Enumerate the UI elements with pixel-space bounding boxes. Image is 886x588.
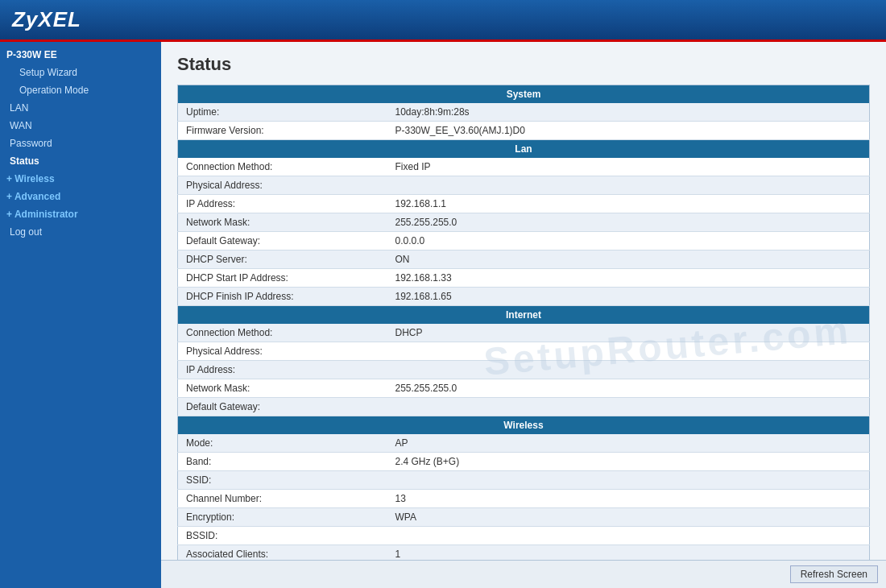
row-label: Firmware Version: <box>178 122 387 140</box>
page-title: Status <box>177 54 870 75</box>
sidebar-item-operation-mode[interactable]: Operation Mode <box>0 81 161 99</box>
sidebar-item-wan[interactable]: WAN <box>0 117 161 135</box>
row-label: DHCP Server: <box>178 251 387 269</box>
table-row: Connection Method:Fixed IP <box>178 158 870 176</box>
row-value <box>387 342 870 361</box>
row-value: P-330W_EE_V3.60(AMJ.1)D0 <box>387 122 870 140</box>
row-label: Default Gateway: <box>178 232 387 251</box>
row-label: Connection Method: <box>178 158 387 176</box>
footer: Refresh Screen <box>161 560 886 588</box>
sidebar-item-password[interactable]: Password <box>0 135 161 152</box>
row-label: IP Address: <box>178 361 387 379</box>
table-row: Physical Address: <box>178 342 870 361</box>
row-label: DHCP Finish IP Address: <box>178 288 387 306</box>
row-label: SSID: <box>178 471 387 490</box>
sidebar-item-advanced[interactable]: Advanced <box>0 188 161 205</box>
main-content: SetupRouter.com Status SystemUptime:10da… <box>161 42 886 560</box>
table-row: Channel Number:13 <box>178 490 870 508</box>
table-row: Mode:AP <box>178 434 870 453</box>
refresh-button[interactable]: Refresh Screen <box>790 565 878 583</box>
row-label: DHCP Start IP Address: <box>178 269 387 288</box>
section-header-wireless: Wireless <box>178 416 870 435</box>
table-row: Associated Clients:1 <box>178 545 870 561</box>
header: ZyXEL <box>0 0 886 42</box>
table-row: DHCP Start IP Address:192.168.1.33 <box>178 269 870 288</box>
sidebar-device: P-330W EE <box>0 46 161 64</box>
main-wrapper: SetupRouter.com Status SystemUptime:10da… <box>161 42 886 588</box>
row-value: 0.0.0.0 <box>387 232 870 251</box>
row-value: DHCP <box>387 324 870 342</box>
row-value: 192.168.1.1 <box>387 195 870 213</box>
row-value: Fixed IP <box>387 158 870 176</box>
row-label: Physical Address: <box>178 342 387 361</box>
table-row: Band:2.4 GHz (B+G) <box>178 453 870 471</box>
row-value: 192.168.1.65 <box>387 288 870 306</box>
row-value <box>387 471 870 490</box>
row-value: 13 <box>387 490 870 508</box>
sidebar-item-administrator[interactable]: Administrator <box>0 205 161 223</box>
table-row: Uptime:10day:8h:9m:28s <box>178 103 870 122</box>
sidebar: P-330W EE Setup Wizard Operation Mode LA… <box>0 42 161 588</box>
row-label: IP Address: <box>178 195 387 213</box>
table-row: Connection Method:DHCP <box>178 324 870 342</box>
row-value: WPA <box>387 508 870 527</box>
row-value: AP <box>387 434 870 453</box>
sidebar-item-status[interactable]: Status <box>0 152 161 170</box>
section-header-internet: Internet <box>178 306 870 325</box>
row-value <box>387 527 870 545</box>
table-row: IP Address: <box>178 361 870 379</box>
sidebar-item-wireless[interactable]: Wireless <box>0 170 161 188</box>
sidebar-item-lan[interactable]: LAN <box>0 99 161 117</box>
table-row: BSSID: <box>178 527 870 545</box>
row-value <box>387 176 870 195</box>
row-label: Channel Number: <box>178 490 387 508</box>
sidebar-item-logout[interactable]: Log out <box>0 223 161 241</box>
layout: P-330W EE Setup Wizard Operation Mode LA… <box>0 42 886 588</box>
table-row: DHCP Server:ON <box>178 251 870 269</box>
row-label: Connection Method: <box>178 324 387 342</box>
row-value: 255.255.255.0 <box>387 213 870 232</box>
table-row: Default Gateway: <box>178 398 870 416</box>
status-table: SystemUptime:10day:8h:9m:28sFirmware Ver… <box>177 85 870 560</box>
table-row: Default Gateway:0.0.0.0 <box>178 232 870 251</box>
row-value: 10day:8h:9m:28s <box>387 103 870 122</box>
section-header-system: System <box>178 85 870 104</box>
row-label: Associated Clients: <box>178 545 387 561</box>
row-value <box>387 398 870 416</box>
row-value: 1 <box>387 545 870 561</box>
row-value: 2.4 GHz (B+G) <box>387 453 870 471</box>
row-label: Physical Address: <box>178 176 387 195</box>
row-label: Network Mask: <box>178 213 387 232</box>
table-row: Network Mask:255.255.255.0 <box>178 379 870 398</box>
row-value: ON <box>387 251 870 269</box>
row-label: Band: <box>178 453 387 471</box>
sidebar-item-setup-wizard[interactable]: Setup Wizard <box>0 64 161 81</box>
row-label: Encryption: <box>178 508 387 527</box>
row-label: BSSID: <box>178 527 387 545</box>
table-row: DHCP Finish IP Address:192.168.1.65 <box>178 288 870 306</box>
row-label: Network Mask: <box>178 379 387 398</box>
row-value: 255.255.255.0 <box>387 379 870 398</box>
row-label: Uptime: <box>178 103 387 122</box>
logo: ZyXEL <box>12 7 81 32</box>
table-row: Physical Address: <box>178 176 870 195</box>
table-row: Firmware Version:P-330W_EE_V3.60(AMJ.1)D… <box>178 122 870 140</box>
table-row: Network Mask:255.255.255.0 <box>178 213 870 232</box>
row-value: 192.168.1.33 <box>387 269 870 288</box>
row-label: Default Gateway: <box>178 398 387 416</box>
table-row: IP Address:192.168.1.1 <box>178 195 870 213</box>
section-header-lan: Lan <box>178 140 870 159</box>
table-row: Encryption:WPA <box>178 508 870 527</box>
row-label: Mode: <box>178 434 387 453</box>
row-value <box>387 361 870 379</box>
table-row: SSID: <box>178 471 870 490</box>
